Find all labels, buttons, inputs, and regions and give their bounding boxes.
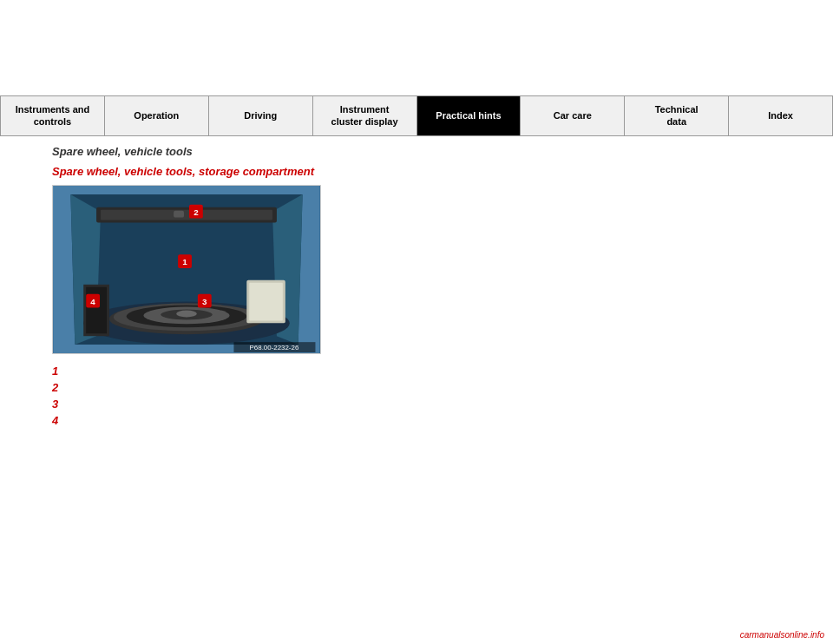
- trunk-image: 1 2 3 4 P68.00-2232-26: [52, 185, 321, 354]
- svg-text:3: 3: [202, 296, 207, 306]
- nav-item-car-care[interactable]: Car care: [521, 96, 625, 135]
- nav-item-practical-hints[interactable]: Practical hints: [417, 96, 521, 135]
- page-title: Spare wheel, vehicle tools: [52, 145, 781, 158]
- nav-item-operation[interactable]: Operation: [105, 96, 209, 135]
- nav-item-instruments[interactable]: Instruments and controls: [1, 96, 105, 135]
- navigation-bar: Instruments and controls Operation Drivi…: [0, 95, 833, 136]
- svg-text:P68.00-2232-26: P68.00-2232-26: [250, 344, 299, 352]
- nav-item-technical-data[interactable]: Technicaldata: [625, 96, 729, 135]
- svg-point-10: [176, 310, 197, 317]
- nav-item-index[interactable]: Index: [729, 96, 832, 135]
- list-item-3: 3: [52, 398, 781, 411]
- svg-text:1: 1: [182, 257, 187, 266]
- list-item-2: 2: [52, 381, 781, 394]
- nav-item-driving[interactable]: Driving: [209, 96, 313, 135]
- svg-rect-13: [174, 210, 184, 217]
- nav-item-instrument-cluster[interactable]: Instrumentcluster display: [313, 96, 417, 135]
- footer-watermark: carmanualsonline.info: [740, 630, 824, 640]
- list-item-4: 4: [52, 414, 781, 427]
- list-item-1: 1: [52, 365, 781, 378]
- svg-text:2: 2: [193, 207, 199, 216]
- list-items: 1 2 3 4: [52, 365, 781, 427]
- svg-text:4: 4: [90, 296, 95, 306]
- main-content: Spare wheel, vehicle tools Spare wheel, …: [0, 136, 833, 439]
- svg-rect-16: [249, 282, 283, 320]
- svg-rect-12: [101, 209, 272, 220]
- section-title: Spare wheel, vehicle tools, storage comp…: [52, 165, 781, 178]
